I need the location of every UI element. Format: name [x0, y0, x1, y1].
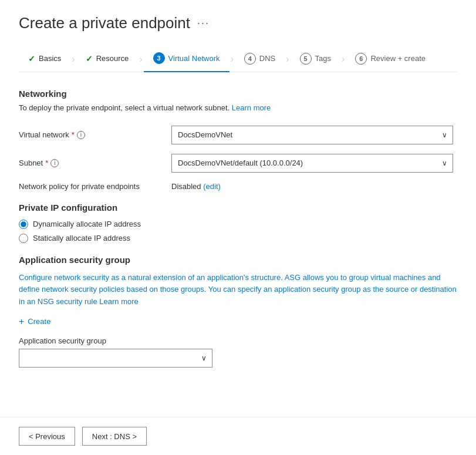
- tab-resource[interactable]: ✓ Resource: [76, 48, 139, 70]
- tab-sep-3: ›: [229, 54, 235, 65]
- radio-static-label: Statically allocate IP address: [33, 234, 130, 242]
- tab-virtual-network[interactable]: 3 Virtual Network: [144, 46, 229, 72]
- asg-create-button[interactable]: + Create: [19, 316, 50, 327]
- vnet-info-icon[interactable]: i: [77, 131, 85, 139]
- subnet-required: *: [45, 159, 48, 167]
- resource-check-icon: ✓: [86, 54, 93, 63]
- tab-tags[interactable]: 5 Tags: [291, 47, 340, 72]
- tab-tags-label: Tags: [315, 54, 331, 63]
- asg-section: Application security group Configure net…: [19, 255, 457, 368]
- virtual-network-label: Virtual network * i: [19, 130, 171, 139]
- ip-config-radio-group: Dynamically allocate IP address Statical…: [19, 220, 457, 243]
- virtual-network-dropdown[interactable]: DocsDemoVNet: [171, 126, 453, 144]
- tab-sep-4: ›: [285, 54, 290, 65]
- asg-create-label: Create: [28, 317, 50, 326]
- vnet-step-circle: 3: [153, 52, 165, 64]
- tab-basics[interactable]: ✓ Basics: [19, 48, 70, 70]
- page-title-ellipsis: ···: [197, 17, 210, 29]
- dns-step-circle: 4: [244, 53, 256, 65]
- asg-field-label: Application security group: [19, 336, 457, 345]
- review-step-circle: 6: [355, 53, 367, 65]
- previous-button[interactable]: < Previous: [19, 427, 75, 446]
- network-policy-row: Network policy for private endpoints Dis…: [19, 182, 457, 191]
- network-policy-value: Disabled (edit): [171, 182, 221, 191]
- subnet-dropdown-wrapper: DocsDemoVNet/default (10.0.0.0/24) ∨: [171, 154, 453, 173]
- asg-dropdown-wrapper: ∨: [19, 349, 212, 368]
- ip-config-section: Private IP configuration Dynamically all…: [19, 203, 457, 243]
- page-title: Create a private endpoint: [19, 14, 190, 32]
- subnet-row: Subnet * i DocsDemoVNet/default (10.0.0.…: [19, 154, 457, 173]
- vnet-required: *: [72, 130, 75, 139]
- subnet-label: Subnet * i: [19, 159, 171, 167]
- networking-learn-more[interactable]: Learn more: [232, 103, 271, 112]
- wizard-footer: < Previous Next : DNS >: [0, 417, 476, 455]
- networking-desc: To deploy the private endpoint, select a…: [19, 102, 457, 114]
- tab-sep-5: ›: [340, 54, 346, 65]
- networking-section: Networking To deploy the private endpoin…: [19, 89, 457, 191]
- subnet-control: DocsDemoVNet/default (10.0.0.0/24) ∨: [171, 154, 453, 173]
- tab-virtual-network-label: Virtual Network: [168, 54, 220, 63]
- wizard-tabs: ✓ Basics › ✓ Resource › 3 Virtual Networ…: [19, 46, 457, 72]
- radio-dynamic-input[interactable]: [19, 220, 28, 229]
- tags-step-circle: 5: [300, 53, 312, 65]
- virtual-network-dropdown-wrapper: DocsDemoVNet ∨: [171, 126, 453, 144]
- tab-review-create-label: Review + create: [370, 54, 426, 63]
- basics-check-icon: ✓: [28, 54, 35, 63]
- tab-sep-2: ›: [138, 54, 143, 65]
- radio-dynamic-label: Dynamically allocate IP address: [33, 220, 141, 228]
- tab-resource-label: Resource: [96, 54, 129, 63]
- asg-title: Application security group: [19, 255, 457, 265]
- tab-review-create[interactable]: 6 Review + create: [346, 47, 435, 72]
- radio-static-option[interactable]: Statically allocate IP address: [19, 234, 457, 243]
- subnet-dropdown[interactable]: DocsDemoVNet/default (10.0.0.0/24): [171, 154, 453, 173]
- network-policy-label: Network policy for private endpoints: [19, 182, 171, 191]
- page-container: Create a private endpoint ··· ✓ Basics ›…: [0, 0, 476, 455]
- network-policy-edit-link[interactable]: (edit): [203, 182, 221, 191]
- radio-dynamic-option[interactable]: Dynamically allocate IP address: [19, 220, 457, 229]
- create-plus-icon: +: [19, 316, 24, 327]
- main-content: Create a private endpoint ··· ✓ Basics ›…: [0, 0, 476, 417]
- tab-dns[interactable]: 4 DNS: [235, 47, 285, 72]
- networking-title: Networking: [19, 89, 457, 99]
- tab-basics-label: Basics: [39, 54, 61, 63]
- asg-desc: Configure network security as a natural …: [19, 272, 457, 308]
- virtual-network-row: Virtual network * i DocsDemoVNet ∨: [19, 126, 457, 144]
- asg-learn-more[interactable]: Learn more: [99, 297, 138, 306]
- next-button[interactable]: Next : DNS >: [82, 427, 147, 446]
- asg-dropdown[interactable]: [19, 349, 212, 368]
- ip-config-title: Private IP configuration: [19, 203, 457, 213]
- radio-static-input[interactable]: [19, 234, 28, 243]
- page-header: Create a private endpoint ···: [19, 14, 457, 32]
- tab-dns-label: DNS: [259, 54, 275, 63]
- virtual-network-control: DocsDemoVNet ∨: [171, 126, 453, 144]
- subnet-info-icon[interactable]: i: [50, 159, 59, 167]
- tab-sep-1: ›: [70, 54, 76, 65]
